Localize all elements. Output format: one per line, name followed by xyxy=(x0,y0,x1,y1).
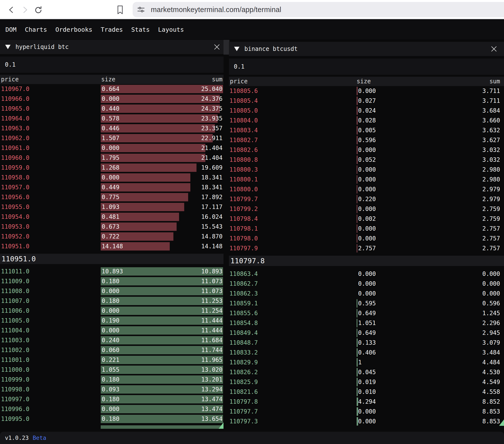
ask-row[interactable]: 110805.60.0003.711 xyxy=(229,86,504,96)
bid-row[interactable]: 110849.40.6492.945 xyxy=(229,328,504,338)
ask-row[interactable]: 110804.00.0283.660 xyxy=(229,116,504,125)
ask-row[interactable]: 110966.00.00024.376 xyxy=(0,94,223,104)
bid-row[interactable]: 110825.90.0194.549 xyxy=(229,377,504,387)
ask-row[interactable]: 110954.00.48116.024 xyxy=(0,212,223,222)
sum-cell: 4.558 xyxy=(482,387,500,397)
bid-row[interactable]: 110829.914.484 xyxy=(229,357,504,367)
bid-row[interactable]: 110855.60.6491.245 xyxy=(229,308,504,318)
ask-row[interactable]: 110961.00.00021.404 xyxy=(0,143,223,153)
bid-row[interactable]: 111004.00.00011.444 xyxy=(0,326,223,335)
forward-icon[interactable] xyxy=(21,6,29,14)
ask-row[interactable]: 110802.60.0003.032 xyxy=(229,145,504,155)
bid-row[interactable]: 111008.00.00011.073 xyxy=(0,286,223,296)
sum-cell: 2.296 xyxy=(482,318,500,328)
ask-row[interactable]: 110797.92.7572.757 xyxy=(229,243,504,253)
ask-row[interactable]: 110800.10.0002.980 xyxy=(229,174,504,184)
bid-row[interactable]: 110862.30.0000.000 xyxy=(229,289,504,298)
ask-row[interactable]: 110798.00.0002.757 xyxy=(229,233,504,243)
ask-row[interactable]: 110967.00.66425.040 xyxy=(0,84,223,94)
sum-column-header: sum xyxy=(489,77,500,86)
bid-row[interactable]: 111009.00.18011.073 xyxy=(0,276,223,286)
bid-row[interactable]: 110995.00.18013.654 xyxy=(0,414,223,424)
bid-row[interactable]: 110859.10.5950.596 xyxy=(229,298,504,308)
resize-corner-triangle[interactable] xyxy=(499,419,504,426)
size-cell: 0.000 xyxy=(358,145,376,155)
menu-item-charts[interactable]: Charts xyxy=(25,26,47,33)
ask-row[interactable]: 110800.00.0002.979 xyxy=(229,184,504,194)
bid-row[interactable]: 111000.01.05513.020 xyxy=(0,365,223,375)
sum-cell: 11.965 xyxy=(201,355,222,365)
ask-row[interactable]: 110798.10.0002.757 xyxy=(229,224,504,233)
collapse-triangle-icon[interactable] xyxy=(234,46,240,51)
bid-row[interactable]: 110854.81.0512.296 xyxy=(229,318,504,328)
size-cell: 0.024 xyxy=(358,106,376,116)
size-cell: 0.446 xyxy=(102,123,119,133)
bid-row[interactable]: 110797.30.0008.853 xyxy=(229,416,504,426)
ask-row[interactable]: 110962.01.50722.911 xyxy=(0,133,223,143)
bid-row[interactable]: 110999.00.18013.201 xyxy=(0,375,223,385)
ask-row[interactable]: 110963.00.44623.357 xyxy=(0,123,223,133)
bid-row[interactable]: 110821.60.0104.558 xyxy=(229,387,504,397)
bid-row[interactable]: 111002.00.06011.744 xyxy=(0,345,223,355)
ask-row[interactable]: 110952.00.72214.870 xyxy=(0,232,223,241)
bid-row[interactable]: 110833.20.4063.484 xyxy=(229,348,504,357)
ask-row[interactable]: 110798.40.0022.759 xyxy=(229,214,504,224)
bid-row[interactable]: 110996.00.00013.474 xyxy=(0,404,223,414)
size-cell: 1.093 xyxy=(102,202,119,212)
mid-price: 110951.0 xyxy=(1,254,36,264)
app-version: v1.0.23 xyxy=(5,435,29,441)
menu-item-orderbooks[interactable]: Orderbooks xyxy=(55,26,92,33)
reload-icon[interactable] xyxy=(34,6,42,14)
beta-badge[interactable]: Beta xyxy=(33,435,46,441)
ask-row[interactable]: 110965.00.44024.375 xyxy=(0,104,223,114)
menu-item-layouts[interactable]: Layouts xyxy=(158,26,184,33)
ask-row[interactable]: 110964.00.57823.935 xyxy=(0,114,223,123)
bid-row[interactable]: 110797.70.0008.853 xyxy=(229,407,504,416)
terminal-menu-bar: DOMChartsOrderbooksTradesStatsLayouts xyxy=(0,20,504,39)
ask-row[interactable]: 110800.80.0523.032 xyxy=(229,155,504,165)
resize-corner-triangle[interactable] xyxy=(219,422,223,429)
ask-row[interactable]: 110805.40.0273.711 xyxy=(229,96,504,106)
close-icon[interactable] xyxy=(214,44,220,50)
ask-row[interactable]: 110956.00.77517.892 xyxy=(0,192,223,202)
ask-row[interactable]: 110805.00.0243.684 xyxy=(229,106,504,116)
ask-row[interactable]: 110802.70.5963.627 xyxy=(229,135,504,145)
ask-row[interactable]: 110953.00.67315.543 xyxy=(0,222,223,232)
menu-item-trades[interactable]: Trades xyxy=(101,26,123,33)
address-bar[interactable]: marketmonkeyterminal.com/app/terminal xyxy=(133,2,504,17)
bid-row[interactable]: 111001.00.22111.965 xyxy=(0,355,223,365)
tick-size-field[interactable]: 0.1 xyxy=(229,58,504,75)
menu-item-stats[interactable]: Stats xyxy=(131,26,150,33)
ask-row[interactable]: 110951.014.14814.148 xyxy=(0,241,223,251)
ask-row[interactable]: 110958.00.00018.341 xyxy=(0,173,223,182)
ask-row[interactable]: 110960.01.79521.404 xyxy=(0,153,223,163)
bid-row[interactable]: 110863.40.0000.000 xyxy=(229,269,504,279)
bid-row[interactable]: 110848.70.1333.079 xyxy=(229,338,504,348)
back-icon[interactable] xyxy=(7,6,16,14)
ask-row[interactable]: 110957.00.44918.341 xyxy=(0,182,223,192)
ask-row[interactable]: 110800.30.0002.980 xyxy=(229,165,504,174)
bid-row[interactable]: 110862.70.0000.000 xyxy=(229,279,504,289)
collapse-triangle-icon[interactable] xyxy=(5,44,11,49)
bid-row[interactable]: 110826.20.0454.530 xyxy=(229,367,504,377)
sum-cell: 15.543 xyxy=(201,222,222,232)
bid-row[interactable]: 111011.010.89310.893 xyxy=(0,267,223,276)
ask-row[interactable]: 110959.01.26819.609 xyxy=(0,163,223,173)
tick-size-field[interactable]: 0.1 xyxy=(0,57,223,73)
menu-item-dom[interactable]: DOM xyxy=(5,26,17,33)
bid-row[interactable]: 111006.00.00011.254 xyxy=(0,306,223,316)
close-icon[interactable] xyxy=(491,46,497,52)
bid-row[interactable]: 110797.84.2948.852 xyxy=(229,397,504,407)
ask-row[interactable]: 110803.40.0053.632 xyxy=(229,125,504,135)
bid-row[interactable]: 110997.00.18013.474 xyxy=(0,394,223,404)
sum-cell: 13.294 xyxy=(201,385,222,394)
ask-row[interactable]: 110799.20.0002.759 xyxy=(229,204,504,214)
ask-row[interactable]: 110955.01.09317.117 xyxy=(0,202,223,212)
bid-row[interactable]: 111005.00.19011.444 xyxy=(0,316,223,326)
site-settings-icon[interactable] xyxy=(137,6,145,14)
ask-row[interactable]: 110799.70.2202.979 xyxy=(229,194,504,204)
bid-row[interactable]: 111003.00.24011.684 xyxy=(0,335,223,345)
bid-row[interactable]: 110998.00.09313.294 xyxy=(0,385,223,394)
bid-row[interactable]: 111007.00.18011.253 xyxy=(0,296,223,306)
bookmark-icon[interactable] xyxy=(116,5,125,15)
